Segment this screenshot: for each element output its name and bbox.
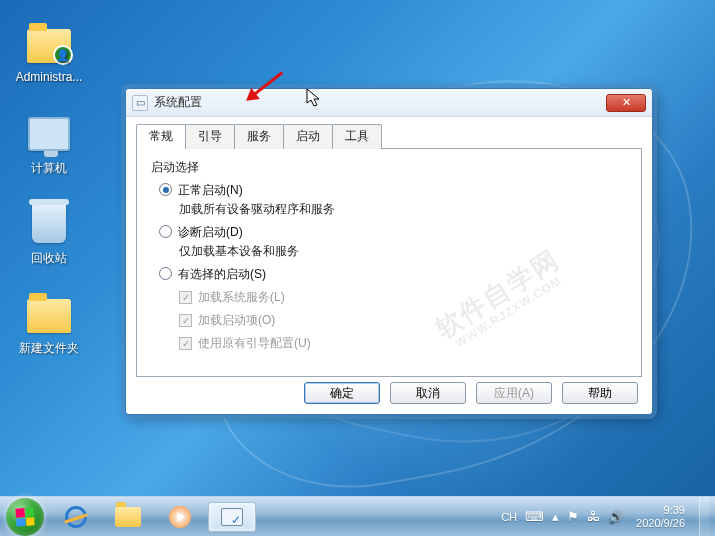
show-desktop-button[interactable] — [699, 497, 709, 537]
desktop-icon-newfolder[interactable]: 新建文件夹 — [12, 288, 86, 357]
taskbar-item-ie[interactable] — [52, 502, 100, 532]
taskbar-item-msconfig[interactable] — [208, 502, 256, 532]
ie-icon — [65, 506, 87, 528]
close-button[interactable]: ✕ — [606, 94, 646, 112]
checkbox-load-services: 加载系统服务(L) — [179, 289, 627, 306]
action-center-icon[interactable]: ⚑ — [567, 509, 579, 524]
radio-selective-startup[interactable]: 有选择的启动(S) — [159, 266, 627, 283]
desktop-icon-recyclebin[interactable]: 回收站 — [12, 198, 86, 267]
start-button[interactable] — [6, 498, 44, 536]
clock-date: 2020/9/26 — [636, 517, 685, 530]
taskbar-item-mediaplayer[interactable] — [156, 502, 204, 532]
tray-chevron-icon[interactable]: ▴ — [552, 509, 559, 524]
taskbar-clock[interactable]: 9:39 2020/9/26 — [632, 504, 691, 529]
checkbox-icon — [179, 337, 192, 350]
close-icon: ✕ — [622, 96, 631, 109]
msconfig-icon — [221, 508, 243, 526]
tab-strip: 常规 引导 服务 启动 工具 — [136, 123, 642, 149]
msconfig-dialog: ▭ 系统配置 ✕ 常规 引导 服务 启动 工具 启动选择 正常启动(N) 加载所… — [125, 88, 653, 415]
radio-icon — [159, 225, 172, 238]
computer-icon — [25, 108, 73, 156]
desktop-icon-administrator[interactable]: 👤 Administra... — [12, 18, 86, 84]
checkbox-load-startup: 加载启动项(O) — [179, 312, 627, 329]
checkbox-label: 加载启动项(O) — [198, 312, 275, 329]
tab-services[interactable]: 服务 — [234, 124, 284, 149]
radio-label: 正常启动(N) — [178, 182, 243, 199]
desktop-icon-computer[interactable]: 计算机 — [12, 108, 86, 177]
desktop-icon-label: Administra... — [12, 70, 86, 84]
msconfig-icon: ▭ — [132, 95, 148, 111]
checkbox-icon — [179, 314, 192, 327]
tab-general[interactable]: 常规 — [136, 124, 186, 149]
tab-startup[interactable]: 启动 — [283, 124, 333, 149]
apply-button[interactable]: 应用(A) — [476, 382, 552, 404]
ok-button[interactable]: 确定 — [304, 382, 380, 404]
radio-label: 有选择的启动(S) — [178, 266, 266, 283]
tab-tools[interactable]: 工具 — [332, 124, 382, 149]
checkbox-label: 加载系统服务(L) — [198, 289, 285, 306]
desktop-icon-label: 计算机 — [12, 160, 86, 177]
tab-boot[interactable]: 引导 — [185, 124, 235, 149]
network-icon[interactable]: 🖧 — [587, 509, 600, 524]
desktop-icon-label: 新建文件夹 — [12, 340, 86, 357]
groupbox-title: 启动选择 — [151, 159, 627, 176]
tab-panel-general: 启动选择 正常启动(N) 加载所有设备驱动程序和服务 诊断启动(D) 仅加载基本… — [136, 149, 642, 377]
system-tray: CH ⌨ ▴ ⚑ 🖧 🔊 9:39 2020/9/26 — [501, 497, 715, 537]
radio-icon — [159, 267, 172, 280]
checkbox-icon — [179, 291, 192, 304]
radio-normal-startup[interactable]: 正常启动(N) — [159, 182, 627, 199]
radio-normal-desc: 加载所有设备驱动程序和服务 — [179, 201, 627, 218]
desktop-icon-label: 回收站 — [12, 250, 86, 267]
folder-icon — [25, 288, 73, 336]
windows-logo-icon — [15, 507, 34, 526]
mouse-cursor-icon — [306, 88, 322, 108]
radio-label: 诊断启动(D) — [178, 224, 243, 241]
recycle-bin-icon — [25, 198, 73, 246]
help-button[interactable]: 帮助 — [562, 382, 638, 404]
clock-time: 9:39 — [636, 504, 685, 517]
keyboard-icon[interactable]: ⌨ — [525, 509, 544, 524]
dialog-title: 系统配置 — [154, 94, 606, 111]
taskbar: CH ⌨ ▴ ⚑ 🖧 🔊 9:39 2020/9/26 — [0, 496, 715, 536]
checkbox-use-original-boot: 使用原有引导配置(U) — [179, 335, 627, 352]
volume-icon[interactable]: 🔊 — [608, 509, 624, 524]
svg-marker-2 — [307, 89, 319, 106]
taskbar-item-explorer[interactable] — [104, 502, 152, 532]
ime-indicator[interactable]: CH — [501, 511, 517, 523]
radio-diagnostic-startup[interactable]: 诊断启动(D) — [159, 224, 627, 241]
explorer-icon — [115, 507, 141, 527]
radio-icon — [159, 183, 172, 196]
cancel-button[interactable]: 取消 — [390, 382, 466, 404]
dialog-titlebar[interactable]: ▭ 系统配置 ✕ — [126, 89, 652, 117]
radio-diagnostic-desc: 仅加载基本设备和服务 — [179, 243, 627, 260]
folder-icon: 👤 — [25, 18, 73, 66]
checkbox-label: 使用原有引导配置(U) — [198, 335, 311, 352]
media-player-icon — [169, 506, 191, 528]
